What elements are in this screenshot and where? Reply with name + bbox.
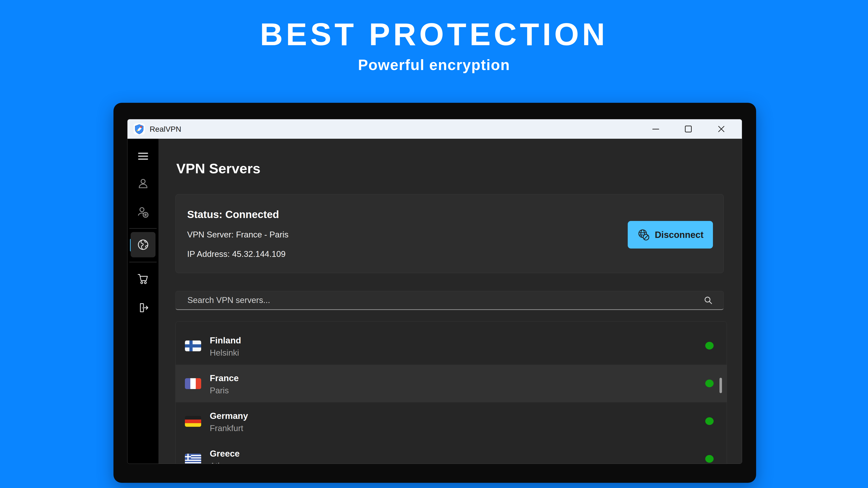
server-row-text: France Paris	[210, 373, 239, 396]
disconnect-button-label: Disconnect	[655, 230, 704, 240]
title-bar: RealVPN	[127, 119, 742, 139]
server-city: Athens	[210, 461, 240, 464]
online-status-dot	[705, 342, 714, 350]
sidebar-item-store[interactable]	[131, 266, 156, 292]
online-status-dot	[705, 455, 714, 463]
maximize-button[interactable]	[674, 119, 703, 139]
hero-banner: BEST PROTECTION Powerful encryption	[0, 0, 868, 73]
sidebar-item-account[interactable]	[131, 171, 156, 197]
ip-address-text: IP Address: 45.32.144.109	[187, 250, 285, 259]
sidebar-divider-2	[129, 262, 157, 262]
list-scrollbar-thumb[interactable]	[719, 378, 722, 393]
account-icon	[137, 178, 149, 190]
server-row-finland[interactable]: Finland Helsinki	[176, 327, 727, 365]
server-city: Helsinki	[210, 348, 241, 358]
hero-title: BEST PROTECTION	[0, 18, 868, 51]
finland-flag-icon	[185, 340, 201, 351]
status-text: Status: Connected	[187, 208, 279, 221]
server-row-germany[interactable]: Germany Frankfurt	[176, 402, 727, 440]
minimize-icon	[652, 129, 659, 129]
server-country: France	[210, 373, 239, 383]
server-row-text: Greece Athens	[210, 449, 240, 464]
globe-disconnect-icon	[637, 228, 650, 241]
page-title: VPN Servers	[176, 160, 260, 176]
sidebar-divider	[129, 228, 157, 229]
menu-icon	[138, 152, 149, 161]
search-input[interactable]	[176, 295, 704, 305]
search-box	[176, 291, 724, 310]
maximize-icon	[685, 126, 692, 132]
store-cart-icon	[137, 273, 149, 285]
server-row-france[interactable]: France Paris	[176, 365, 727, 402]
app-logo-icon	[133, 123, 145, 135]
greece-flag-icon	[185, 454, 201, 464]
online-status-dot	[705, 380, 714, 387]
sidebar-item-add-account[interactable]	[131, 200, 156, 225]
app-window: RealVPN	[127, 119, 742, 464]
germany-flag-icon	[185, 416, 201, 427]
add-account-icon	[137, 206, 149, 219]
close-button[interactable]	[707, 119, 736, 139]
connection-status-card: Status: Connected VPN Server: France - P…	[176, 194, 724, 273]
window-title: RealVPN	[150, 125, 181, 133]
device-frame: RealVPN	[114, 103, 756, 483]
menu-button[interactable]	[131, 144, 156, 169]
main-content: VPN Servers Status: Connected VPN Server…	[158, 139, 742, 464]
sidebar-item-vpn-servers[interactable]	[131, 232, 156, 257]
server-row-text: Finland Helsinki	[210, 335, 241, 358]
vpn-server-text: VPN Server: France - Paris	[187, 230, 288, 239]
online-status-dot	[705, 417, 714, 425]
server-country: Finland	[210, 335, 241, 346]
server-row-greece[interactable]: Greece Athens	[176, 440, 727, 464]
server-country: Germany	[210, 411, 248, 421]
server-list: Finland Helsinki	[176, 321, 727, 464]
server-city: Frankfurt	[210, 423, 248, 434]
vpn-servers-globe-icon	[137, 239, 149, 251]
hero-subtitle: Powerful encryption	[0, 56, 868, 73]
server-city: Paris	[210, 385, 239, 396]
sidebar-item-sign-out[interactable]	[131, 295, 156, 320]
close-icon	[718, 126, 725, 132]
sign-out-icon	[137, 302, 149, 314]
minimize-button[interactable]	[641, 119, 671, 139]
server-row-text: Germany Frankfurt	[210, 411, 248, 434]
app-body: VPN Servers Status: Connected VPN Server…	[127, 139, 742, 464]
search-icon[interactable]	[704, 296, 713, 305]
navigation-sidebar	[127, 139, 158, 464]
server-country: Greece	[210, 449, 240, 459]
france-flag-icon	[185, 378, 201, 389]
disconnect-button[interactable]: Disconnect	[628, 221, 713, 249]
